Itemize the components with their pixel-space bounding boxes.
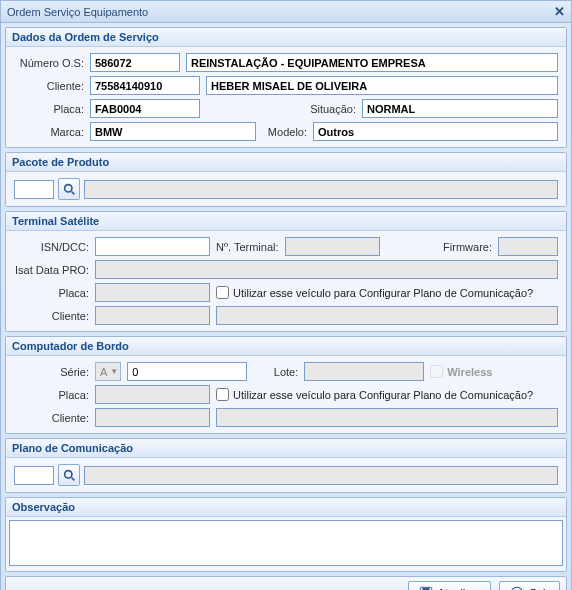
situacao-input[interactable] <box>362 99 558 118</box>
marca-label: Marca: <box>14 126 84 138</box>
group-computador: Computador de Bordo Série: A ▼ Lote: Wir… <box>5 336 567 434</box>
group-terminal: Terminal Satélite ISN/DCC: Nº. Terminal:… <box>5 211 567 332</box>
footer: Atualizar Sair <box>5 576 567 590</box>
group-plano: Plano de Comunicação <box>5 438 567 493</box>
wireless-checkbox <box>430 365 443 378</box>
isat-label: Isat Data PRO: <box>14 264 89 276</box>
terminal-cliente-nome <box>216 306 558 325</box>
plano-search-button[interactable] <box>58 464 80 486</box>
computador-cliente-cod <box>95 408 210 427</box>
computador-placa-input <box>95 385 210 404</box>
observacao-textarea[interactable] <box>9 520 563 566</box>
svg-point-2 <box>64 470 71 477</box>
marca-input[interactable] <box>90 122 256 141</box>
close-icon[interactable]: ✕ <box>554 4 565 19</box>
chevron-down-icon: ▼ <box>110 367 118 376</box>
cliente-nome-input[interactable] <box>206 76 558 95</box>
terminal-cliente-label: Cliente: <box>14 310 89 322</box>
pacote-search-button[interactable] <box>58 178 80 200</box>
serie-num-input[interactable] <box>127 362 247 381</box>
window-title: Ordem Serviço Equipamento <box>7 6 148 18</box>
close-circle-icon <box>510 586 524 590</box>
isn-label: ISN/DCC: <box>14 241 89 253</box>
descricao-input[interactable] <box>186 53 558 72</box>
modelo-label: Modelo: <box>262 126 307 138</box>
terminal-placa-input <box>95 283 210 302</box>
modelo-input[interactable] <box>313 122 558 141</box>
group-dados: Dados da Ordem de Serviço Número O.S: Cl… <box>5 27 567 148</box>
plano-cod-input[interactable] <box>14 466 54 485</box>
terminal-config-checkbox[interactable] <box>216 286 229 299</box>
group-computador-header: Computador de Bordo <box>6 337 566 356</box>
search-icon <box>63 183 76 196</box>
pacote-desc-input <box>84 180 558 199</box>
group-plano-header: Plano de Comunicação <box>6 439 566 458</box>
computador-cliente-label: Cliente: <box>14 412 89 424</box>
group-observacao: Observação <box>5 497 567 572</box>
svg-line-3 <box>71 477 74 480</box>
svg-point-0 <box>64 184 71 191</box>
computador-placa-label: Placa: <box>14 389 89 401</box>
computador-config-checkbox[interactable] <box>216 388 229 401</box>
group-pacote-header: Pacote de Produto <box>6 153 566 172</box>
numero-os-label: Número O.S: <box>14 57 84 69</box>
sair-button[interactable]: Sair <box>499 581 560 590</box>
isat-input <box>95 260 558 279</box>
firmware-label: Firmware: <box>386 241 493 253</box>
serie-label: Série: <box>14 366 89 378</box>
group-terminal-header: Terminal Satélite <box>6 212 566 231</box>
save-icon <box>419 586 433 590</box>
titlebar: Ordem Serviço Equipamento ✕ <box>1 1 571 23</box>
situacao-label: Situação: <box>206 103 356 115</box>
terminal-placa-label: Placa: <box>14 287 89 299</box>
window-body: Dados da Ordem de Serviço Número O.S: Cl… <box>1 23 571 590</box>
numero-os-input[interactable] <box>90 53 180 72</box>
serie-prefix-value: A <box>100 366 107 378</box>
computador-cliente-nome <box>216 408 558 427</box>
pacote-cod-input[interactable] <box>14 180 54 199</box>
isn-input[interactable] <box>95 237 210 256</box>
wireless-label: Wireless <box>447 366 492 378</box>
atualizar-button[interactable]: Atualizar <box>408 581 492 590</box>
group-observacao-header: Observação <box>6 498 566 517</box>
svg-line-1 <box>71 191 74 194</box>
lote-input <box>304 362 424 381</box>
plano-desc-input <box>84 466 558 485</box>
placa-input[interactable] <box>90 99 200 118</box>
lote-label: Lote: <box>253 366 298 378</box>
firmware-input <box>498 237 558 256</box>
terminal-cliente-cod <box>95 306 210 325</box>
num-terminal-input <box>285 237 380 256</box>
window: Ordem Serviço Equipamento ✕ Dados da Ord… <box>0 0 572 590</box>
group-dados-header: Dados da Ordem de Serviço <box>6 28 566 47</box>
group-pacote: Pacote de Produto <box>5 152 567 207</box>
cliente-label: Cliente: <box>14 80 84 92</box>
serie-prefix-combo[interactable]: A ▼ <box>95 362 121 381</box>
terminal-config-label: Utilizar esse veículo para Configurar Pl… <box>233 287 533 299</box>
placa-label: Placa: <box>14 103 84 115</box>
cliente-cod-input[interactable] <box>90 76 200 95</box>
computador-config-label: Utilizar esse veículo para Configurar Pl… <box>233 389 533 401</box>
num-terminal-label: Nº. Terminal: <box>216 241 279 253</box>
search-icon <box>63 469 76 482</box>
